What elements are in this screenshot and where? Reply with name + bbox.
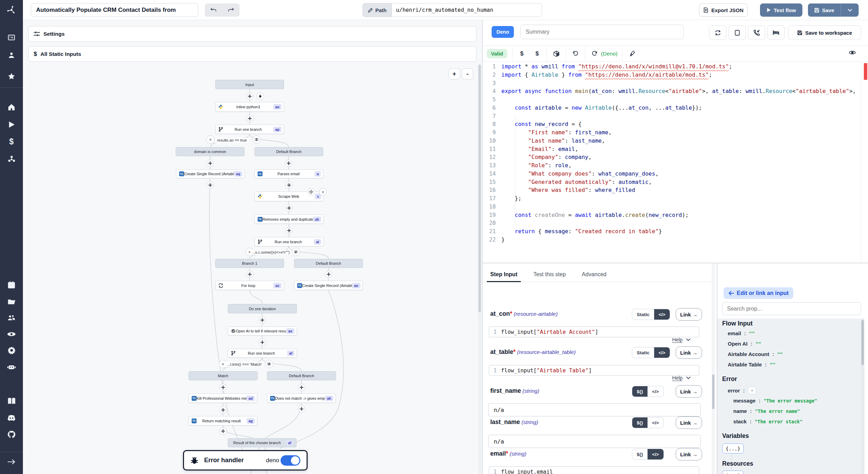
expand-object-button[interactable]: {...}: [722, 471, 744, 474]
sidebar-item-workers[interactable]: [7, 362, 16, 371]
flow-node-do-one-iteration[interactable]: Do one iteration: [228, 304, 297, 313]
link-input-button[interactable]: Link →: [676, 416, 702, 429]
add-step-button[interactable]: [298, 405, 305, 413]
collapse-error-button[interactable]: -: [748, 387, 756, 394]
prop-row-error[interactable]: error:-: [728, 387, 756, 394]
flow-node-does-not-match-empty[interactable]: TSDoes not match -> gives empty valueah: [267, 393, 336, 403]
add-step-button[interactable]: [285, 227, 293, 234]
path-pill[interactable]: Path: [362, 3, 392, 17]
add-step-button[interactable]: [325, 271, 332, 278]
add-step-button[interactable]: [207, 160, 214, 167]
code-editor[interactable]: 1import * as wmill from "https://deno.la…: [483, 62, 868, 263]
sidebar-item-groups[interactable]: [7, 313, 16, 322]
add-step-button[interactable]: [285, 204, 293, 212]
input-mode-toggle[interactable]: ${}</>: [632, 449, 664, 460]
call-button[interactable]: [748, 25, 765, 40]
toggle-template[interactable]: ${}: [632, 417, 648, 428]
prop-row-Airtable Table[interactable]: Airtable Table:"": [728, 362, 775, 367]
flow-node-run-one-branch-al[interactable]: Run one branchal: [254, 237, 324, 246]
sidebar-expand-button[interactable]: [7, 457, 16, 466]
branch-compare-button[interactable]: [292, 248, 300, 256]
add-step-button[interactable]: [246, 271, 253, 278]
toggle-code[interactable]: </>: [648, 417, 663, 428]
language-badge[interactable]: Deno: [492, 26, 514, 38]
expression-editor-at_con[interactable]: 1flow_input["Airtable Account"]: [489, 327, 699, 337]
help-link[interactable]: Help: [672, 337, 691, 342]
toggle-code[interactable]: </>: [654, 309, 670, 320]
sidebar-item-home[interactable]: [7, 103, 16, 112]
prop-row-name[interactable]: name:"The error name": [733, 408, 800, 414]
add-step-button[interactable]: [285, 181, 293, 189]
flow-node-domain-is-common[interactable]: domain is common: [176, 147, 244, 156]
flow-title-input[interactable]: [31, 3, 198, 17]
value-input-last_name[interactable]: n/a: [488, 435, 701, 448]
link-input-button[interactable]: Link →: [676, 346, 702, 359]
panel-divider-vertical[interactable]: [482, 20, 483, 474]
flow-node-kill-professional-websites[interactable]: TSKill Professional Websites mentionsad: [189, 393, 257, 403]
trigger-bolt-button[interactable]: [256, 92, 264, 100]
flow-node-branch-1[interactable]: Branch 1: [215, 259, 284, 268]
windmill-logo[interactable]: [0, 0, 23, 20]
search-prop-input[interactable]: [722, 302, 861, 315]
panel-divider-vertical-2[interactable]: [717, 263, 717, 474]
test-flow-button[interactable]: Test flow: [760, 3, 802, 17]
save-to-workspace-button[interactable]: Save to workspace: [788, 25, 861, 40]
input-mode-toggle[interactable]: Static</>: [632, 309, 670, 320]
help-link[interactable]: Help: [672, 375, 691, 381]
flow-node-inline-python3[interactable]: Inline python3ao: [215, 102, 284, 112]
input-mode-toggle[interactable]: ${}</>: [632, 417, 664, 428]
expression-editor-email[interactable]: 1flow_input.email: [489, 466, 699, 474]
toggle-code[interactable]: </>: [654, 347, 670, 358]
summary-input[interactable]: [520, 25, 684, 39]
tab-step-input[interactable]: Step Input: [490, 267, 517, 282]
toggle-static[interactable]: Static: [632, 347, 654, 358]
assets-dollar-button[interactable]: $: [517, 50, 526, 57]
sidebar-item-apps[interactable]: [7, 33, 16, 42]
flow-node-removes-empty-duplicates[interactable]: TSRemoves empty and duplicatesak: [254, 214, 324, 224]
sidebar-item-variables[interactable]: $: [7, 137, 16, 146]
flow-node-parses-email[interactable]: TSParses emaila: [254, 169, 323, 178]
edit-or-link-input-button[interactable]: Edit or link an input: [724, 287, 793, 299]
save-button[interactable]: Save: [808, 3, 841, 17]
all-static-inputs-bar[interactable]: $ All Static Inputs: [28, 46, 476, 62]
toggle-template[interactable]: ${}: [632, 449, 648, 459]
zoom-out-button[interactable]: -: [462, 68, 473, 79]
link-input-button[interactable]: Link →: [676, 308, 702, 321]
sleep-button[interactable]: [767, 25, 785, 40]
branch-compare-button[interactable]: [265, 360, 273, 368]
sidebar-item-folders[interactable]: [7, 297, 16, 306]
error-handler-toggle[interactable]: [281, 455, 300, 466]
add-step-button[interactable]: [246, 115, 253, 122]
sidebar-item-settings[interactable]: [7, 346, 16, 355]
flow-scrollbar[interactable]: [478, 65, 481, 474]
sidebar-item-audit[interactable]: [7, 330, 16, 339]
prop-row-stack[interactable]: stack:"The error stack": [733, 418, 803, 424]
flow-settings-bar[interactable]: Settings: [28, 26, 476, 42]
toggle-code[interactable]: </>: [648, 386, 663, 397]
step-scrollbar[interactable]: [712, 263, 715, 474]
flow-node-run-one-branch-af[interactable]: Run one branchaf: [228, 349, 297, 358]
reset-button[interactable]: [571, 51, 580, 57]
add-step-button[interactable]: [259, 316, 266, 324]
sidebar-item-favorites[interactable]: [7, 72, 16, 81]
add-step-button[interactable]: [219, 428, 227, 435]
input-mode-toggle[interactable]: Static</>: [632, 347, 670, 358]
expression-editor-at_table[interactable]: 1flow_input["Airtable Table"]: [489, 365, 699, 376]
refresh-button[interactable]: [709, 25, 726, 40]
tab-advanced[interactable]: Advanced: [582, 267, 607, 282]
redo-button[interactable]: [224, 5, 238, 15]
delete-node-button[interactable]: ×: [319, 188, 327, 196]
sidebar-item-docs[interactable]: [7, 397, 16, 406]
inspector-scrollbar[interactable]: [861, 319, 864, 474]
toggle-code[interactable]: </>: [648, 449, 663, 459]
sidebar-item-user[interactable]: [7, 51, 16, 60]
vars-dollar-button[interactable]: $: [533, 50, 542, 57]
export-json-button[interactable]: Export JSON: [699, 3, 748, 17]
panel-divider-horizontal[interactable]: [483, 263, 868, 263]
move-node-button[interactable]: [307, 188, 315, 196]
flow-node-default-branch-2[interactable]: Default Branch: [294, 259, 363, 268]
format-button[interactable]: [627, 51, 636, 57]
tab-test-this-step[interactable]: Test this step: [533, 267, 566, 282]
input-mode-toggle[interactable]: ${}</>: [632, 386, 664, 397]
add-step-button[interactable]: [219, 406, 227, 414]
